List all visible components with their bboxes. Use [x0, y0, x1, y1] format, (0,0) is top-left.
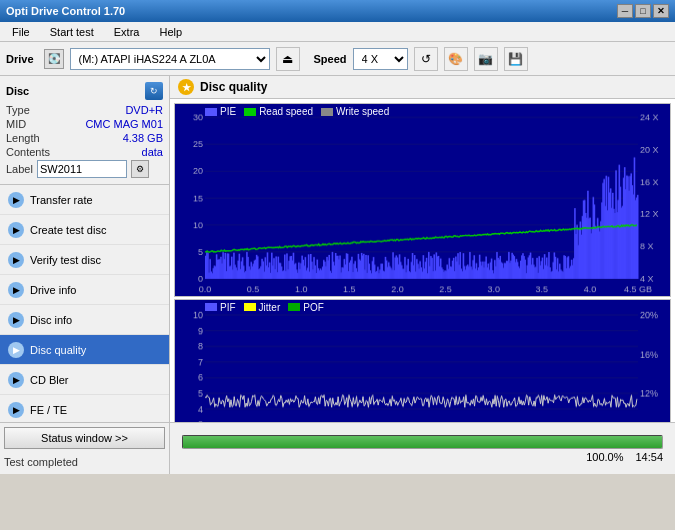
drive-info-icon: ▶	[8, 282, 24, 298]
bottom-area: Status window >> Test completed 100.0% 1…	[0, 422, 675, 474]
pif-chart-legend: PIF Jitter POF	[205, 302, 324, 313]
progress-label: 100.0%	[586, 451, 623, 463]
pof-legend-item: POF	[288, 302, 324, 313]
color-button[interactable]: 🎨	[444, 47, 468, 71]
maximize-button[interactable]: □	[635, 4, 651, 18]
fe-te-label: FE / TE	[30, 404, 67, 416]
eject-button[interactable]: ⏏	[276, 47, 300, 71]
close-button[interactable]: ✕	[653, 4, 669, 18]
sidebar-item-verify-test-disc[interactable]: ▶ Verify test disc	[0, 245, 169, 275]
pie-chart: PIE Read speed Write speed	[174, 103, 671, 297]
disc-refresh-button[interactable]: ↻	[145, 82, 163, 100]
save-button[interactable]: 💾	[504, 47, 528, 71]
menu-help[interactable]: Help	[151, 24, 190, 40]
disc-quality-header: ★ Disc quality	[170, 76, 675, 99]
verify-test-disc-icon: ▶	[8, 252, 24, 268]
pif-legend-item: PIF	[205, 302, 236, 313]
label-edit-button[interactable]: ⚙	[131, 160, 149, 178]
verify-test-disc-label: Verify test disc	[30, 254, 101, 266]
pif-chart: PIF Jitter POF	[174, 299, 671, 423]
drive-select[interactable]: (M:) ATAPI iHAS224 A ZL0A	[70, 48, 270, 70]
write-speed-legend-item: Write speed	[321, 106, 389, 117]
read-speed-legend-color	[244, 108, 256, 116]
sidebar-item-transfer-rate[interactable]: ▶ Transfer rate	[0, 185, 169, 215]
drive-label: Drive	[6, 53, 34, 65]
sidebar-item-disc-info[interactable]: ▶ Disc info	[0, 305, 169, 335]
pof-legend-color	[288, 303, 300, 311]
drive-icon: 💽	[44, 49, 64, 69]
status-sidebar: Status window >> Test completed	[0, 423, 170, 474]
sidebar-item-disc-quality[interactable]: ▶ Disc quality	[0, 335, 169, 365]
read-speed-legend-label: Read speed	[259, 106, 313, 117]
pof-legend-label: POF	[303, 302, 324, 313]
fe-te-icon: ▶	[8, 402, 24, 418]
pie-legend-color	[205, 108, 217, 116]
length-value: 4.38 GB	[123, 132, 163, 144]
charts-area: PIE Read speed Write speed	[170, 99, 675, 422]
disc-mid-row: MID CMC MAG M01	[6, 118, 163, 130]
disc-info-label: Disc info	[30, 314, 72, 326]
cd-bler-label: CD Bler	[30, 374, 69, 386]
quality-icon: ★	[178, 79, 194, 95]
menu-bar: File Start test Extra Help	[0, 22, 675, 42]
speed-label: Speed	[314, 53, 347, 65]
label-label: Label	[6, 163, 33, 175]
disc-label-row: Label ⚙	[6, 160, 163, 178]
transfer-rate-label: Transfer rate	[30, 194, 93, 206]
sidebar-item-cd-bler[interactable]: ▶ CD Bler	[0, 365, 169, 395]
contents-label: Contents	[6, 146, 50, 158]
progress-bar-outer	[182, 435, 663, 449]
menu-extra[interactable]: Extra	[106, 24, 148, 40]
status-window-button[interactable]: Status window >>	[4, 427, 165, 449]
mid-label: MID	[6, 118, 26, 130]
write-speed-legend-color	[321, 108, 333, 116]
jitter-legend-color	[244, 303, 256, 311]
create-test-disc-label: Create test disc	[30, 224, 106, 236]
pie-legend-item: PIE	[205, 106, 236, 117]
disc-section-title: Disc	[6, 85, 29, 97]
screenshot-button[interactable]: 📷	[474, 47, 498, 71]
toolbar: Drive 💽 (M:) ATAPI iHAS224 A ZL0A ⏏ Spee…	[0, 42, 675, 76]
speed-select[interactable]: 4 X	[353, 48, 408, 70]
label-input[interactable]	[37, 160, 127, 178]
contents-value: data	[142, 146, 163, 158]
refresh-button[interactable]: ↺	[414, 47, 438, 71]
disc-quality-icon: ▶	[8, 342, 24, 358]
transfer-rate-icon: ▶	[8, 192, 24, 208]
pif-legend-color	[205, 303, 217, 311]
length-label: Length	[6, 132, 40, 144]
pie-chart-legend: PIE Read speed Write speed	[205, 106, 389, 117]
mid-value: CMC MAG M01	[85, 118, 163, 130]
disc-type-row: Type DVD+R	[6, 104, 163, 116]
test-completed-label: Test completed	[4, 454, 165, 470]
sidebar-item-create-test-disc[interactable]: ▶ Create test disc	[0, 215, 169, 245]
type-label: Type	[6, 104, 30, 116]
menu-start-test[interactable]: Start test	[42, 24, 102, 40]
pif-legend-label: PIF	[220, 302, 236, 313]
disc-quality-label: Disc quality	[30, 344, 86, 356]
menu-file[interactable]: File	[4, 24, 38, 40]
cd-bler-icon: ▶	[8, 372, 24, 388]
minimize-button[interactable]: ─	[617, 4, 633, 18]
content-area: ★ Disc quality PIE Read speed	[170, 76, 675, 422]
window-controls: ─ □ ✕	[617, 4, 669, 18]
disc-quality-title: Disc quality	[200, 80, 267, 94]
disc-contents-row: Contents data	[6, 146, 163, 158]
pif-canvas	[175, 300, 670, 423]
drive-info-label: Drive info	[30, 284, 76, 296]
window-title: Opti Drive Control 1.70	[6, 5, 125, 17]
write-speed-legend-label: Write speed	[336, 106, 389, 117]
disc-info-panel: Disc ↻ Type DVD+R MID CMC MAG M01 Length…	[0, 76, 169, 185]
main-area: Disc ↻ Type DVD+R MID CMC MAG M01 Length…	[0, 76, 675, 422]
time-label: 14:54	[635, 451, 663, 463]
sidebar-item-drive-info[interactable]: ▶ Drive info	[0, 275, 169, 305]
read-speed-legend-item: Read speed	[244, 106, 313, 117]
jitter-legend-item: Jitter	[244, 302, 281, 313]
pie-legend-label: PIE	[220, 106, 236, 117]
sidebar-item-fe-te[interactable]: ▶ FE / TE	[0, 395, 169, 422]
sidebar: Disc ↻ Type DVD+R MID CMC MAG M01 Length…	[0, 76, 170, 422]
type-value: DVD+R	[125, 104, 163, 116]
status-window-label: Status window >>	[41, 432, 128, 444]
progress-bar-inner	[183, 436, 662, 448]
jitter-legend-label: Jitter	[259, 302, 281, 313]
